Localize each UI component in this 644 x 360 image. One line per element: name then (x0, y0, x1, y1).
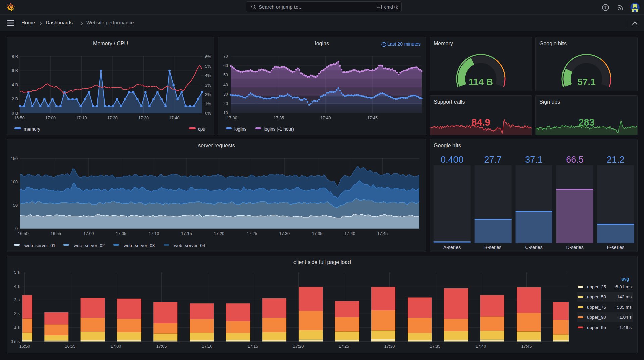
svg-text:37.1: 37.1 (525, 155, 543, 165)
svg-text:17:40: 17:40 (169, 116, 179, 120)
svg-text:17:30: 17:30 (384, 344, 395, 349)
svg-text:17:00: 17:00 (83, 231, 94, 236)
svg-text:0.400: 0.400 (441, 155, 464, 165)
svg-text:upper_95: upper_95 (587, 325, 606, 330)
svg-text:20: 20 (223, 101, 228, 106)
svg-text:memory: memory (24, 126, 40, 132)
svg-text:17:30: 17:30 (227, 116, 237, 120)
svg-text:17:45: 17:45 (367, 116, 378, 120)
svg-text:17:35: 17:35 (274, 116, 284, 120)
svg-text:17:40: 17:40 (320, 116, 331, 120)
svg-text:5 s: 5 s (14, 270, 20, 275)
svg-text:E-series: E-series (607, 245, 624, 250)
svg-text:6 B: 6 B (12, 68, 18, 73)
svg-text:4 s: 4 s (14, 284, 20, 289)
svg-text:57.1: 57.1 (577, 76, 596, 87)
svg-text:6.81 ms: 6.81 ms (615, 284, 632, 289)
svg-text:upper_25: upper_25 (587, 284, 606, 289)
svg-text:1.04 s: 1.04 s (619, 315, 632, 320)
svg-text:web_server_03: web_server_03 (123, 243, 155, 248)
svg-text:21.2: 21.2 (607, 155, 625, 165)
svg-text:16:55: 16:55 (65, 344, 75, 349)
svg-text:17:20: 17:20 (107, 116, 117, 120)
svg-text:D-series: D-series (566, 245, 584, 250)
svg-text:0: 0 (15, 226, 18, 231)
svg-text:0 ms: 0 ms (11, 339, 20, 344)
svg-text:50: 50 (13, 203, 18, 208)
svg-text:114 B: 114 B (469, 76, 493, 87)
svg-text:16:50: 16:50 (18, 231, 28, 236)
svg-text:2 B: 2 B (12, 97, 18, 101)
svg-text:60: 60 (223, 63, 228, 68)
svg-text:535 ms: 535 ms (617, 305, 632, 310)
svg-text:17:05: 17:05 (156, 344, 167, 349)
svg-text:17:25: 17:25 (339, 344, 349, 349)
svg-text:?: ? (604, 5, 607, 10)
svg-text:17:00: 17:00 (45, 116, 56, 120)
svg-text:upper_50: upper_50 (587, 294, 606, 299)
svg-text:0 B: 0 B (12, 111, 18, 116)
svg-text:50: 50 (223, 73, 228, 78)
svg-text:logins (-1 hour): logins (-1 hour) (264, 126, 294, 132)
svg-text:8 B: 8 B (12, 54, 18, 59)
svg-text:17:30: 17:30 (279, 231, 290, 236)
svg-text:66.5: 66.5 (566, 155, 584, 165)
svg-text:17:45: 17:45 (377, 231, 388, 236)
svg-text:2 s: 2 s (14, 311, 20, 316)
svg-text:27.7: 27.7 (484, 155, 502, 165)
svg-text:17:10: 17:10 (76, 116, 87, 120)
svg-text:6%: 6% (205, 55, 211, 59)
svg-text:cpu: cpu (198, 126, 205, 132)
svg-text:142 ms: 142 ms (617, 294, 632, 299)
svg-text:16:50: 16:50 (14, 116, 24, 120)
svg-text:17:30: 17:30 (138, 116, 149, 120)
svg-text:web_server_01: web_server_01 (24, 243, 55, 248)
svg-text:0%: 0% (205, 111, 211, 116)
svg-text:upper_90: upper_90 (587, 315, 606, 320)
svg-text:1.46 s: 1.46 s (619, 325, 632, 330)
svg-text:A-series: A-series (443, 245, 461, 250)
svg-text:5%: 5% (205, 64, 211, 69)
svg-text:40: 40 (223, 83, 228, 87)
svg-text:C-series: C-series (525, 245, 543, 250)
svg-text:17:45: 17:45 (521, 344, 532, 349)
svg-text:30: 30 (223, 92, 228, 97)
svg-text:17:20: 17:20 (214, 231, 224, 236)
svg-text:17:15: 17:15 (248, 344, 258, 349)
svg-text:10: 10 (223, 111, 228, 115)
svg-text:16:55: 16:55 (51, 231, 61, 236)
svg-text:4 B: 4 B (12, 83, 18, 87)
svg-text:17:40: 17:40 (476, 344, 486, 349)
svg-text:17:10: 17:10 (149, 231, 159, 236)
svg-text:logins: logins (234, 126, 247, 132)
svg-text:2%: 2% (205, 92, 211, 97)
svg-text:150: 150 (11, 156, 18, 161)
svg-text:17:10: 17:10 (202, 344, 212, 349)
svg-text:1 s: 1 s (14, 325, 20, 330)
svg-text:17:25: 17:25 (247, 231, 257, 236)
svg-text:17:05: 17:05 (116, 231, 126, 236)
svg-text:17:15: 17:15 (181, 231, 192, 236)
svg-text:avg: avg (621, 276, 629, 282)
svg-text:84.9: 84.9 (471, 117, 490, 128)
svg-text:upper_75: upper_75 (587, 305, 606, 310)
svg-text:70: 70 (223, 54, 228, 59)
svg-text:17:35: 17:35 (430, 344, 440, 349)
svg-text:3 s: 3 s (14, 298, 20, 302)
svg-text:1%: 1% (205, 102, 211, 106)
svg-text:4%: 4% (205, 73, 211, 78)
svg-text:17:20: 17:20 (293, 344, 304, 349)
svg-text:web_server_02: web_server_02 (73, 243, 105, 248)
svg-text:100: 100 (11, 179, 18, 184)
svg-text:17:00: 17:00 (111, 344, 121, 349)
svg-text:B-series: B-series (484, 245, 501, 250)
svg-text:17:35: 17:35 (312, 231, 322, 236)
svg-text:web_server_04: web_server_04 (174, 243, 205, 248)
svg-text:17:40: 17:40 (344, 231, 355, 236)
svg-text:283: 283 (578, 117, 594, 128)
svg-text:3%: 3% (205, 83, 211, 88)
svg-text:16:50: 16:50 (19, 344, 30, 349)
